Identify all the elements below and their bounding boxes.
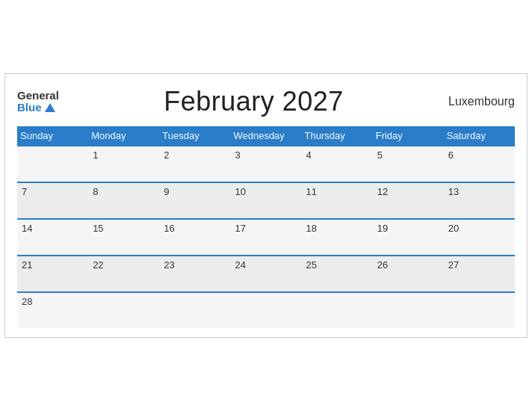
day-number: 11 [306, 186, 317, 197]
weekday-header-row: SundayMondayTuesdayWednesdayThursdayFrid… [17, 126, 515, 146]
calendar-day-cell: 16 [159, 219, 230, 256]
day-number: 18 [306, 223, 317, 234]
calendar-day-cell: 27 [444, 256, 515, 292]
day-number: 24 [235, 259, 245, 271]
day-number: 21 [22, 259, 32, 271]
calendar-day-cell: 8 [88, 182, 159, 219]
calendar-week-row: 78910111213 [17, 182, 515, 219]
calendar-day-cell: 17 [230, 219, 301, 256]
calendar-day-cell: 2 [159, 146, 230, 182]
calendar-day-cell [159, 292, 230, 328]
day-number: 25 [306, 259, 317, 271]
day-number: 1 [93, 149, 98, 161]
day-number: 5 [377, 149, 383, 161]
day-number: 14 [22, 223, 32, 234]
weekday-header-wednesday: Wednesday [230, 126, 301, 146]
calendar-day-cell: 28 [17, 292, 88, 328]
day-number: 4 [306, 149, 312, 161]
day-number: 13 [448, 186, 459, 197]
logo-triangle-icon [45, 103, 55, 112]
calendar-day-cell: 24 [230, 256, 301, 292]
day-number: 9 [164, 186, 169, 197]
calendar-table: SundayMondayTuesdayWednesdayThursdayFrid… [17, 126, 515, 328]
calendar-day-cell [88, 292, 159, 328]
day-number: 23 [164, 259, 174, 271]
day-number: 26 [377, 259, 388, 271]
calendar-day-cell [302, 292, 373, 328]
day-number: 7 [22, 186, 27, 197]
calendar-day-cell: 18 [302, 219, 373, 256]
logo-general-text: General [17, 90, 59, 102]
day-number: 2 [164, 149, 169, 161]
day-number: 16 [164, 223, 174, 234]
calendar-day-cell: 23 [159, 256, 230, 292]
calendar-day-cell [373, 292, 444, 328]
calendar-day-cell: 20 [444, 219, 515, 256]
calendar-day-cell: 9 [159, 182, 230, 219]
day-number: 15 [93, 223, 103, 234]
day-number: 10 [235, 186, 245, 197]
weekday-header-monday: Monday [88, 126, 159, 146]
calendar-day-cell: 22 [88, 256, 159, 292]
calendar-day-cell: 1 [88, 146, 159, 182]
calendar-day-cell [444, 292, 515, 328]
calendar-week-row: 14151617181920 [17, 219, 515, 256]
calendar-day-cell: 4 [302, 146, 373, 182]
calendar-thead: SundayMondayTuesdayWednesdayThursdayFrid… [17, 126, 515, 146]
calendar-week-row: 28 [17, 292, 515, 328]
day-number: 17 [235, 223, 245, 234]
day-number: 28 [22, 296, 32, 307]
calendar-day-cell: 3 [230, 146, 301, 182]
logo-blue-text: Blue [17, 102, 59, 114]
logo: General Blue [17, 90, 59, 114]
calendar-week-row: 21222324252627 [17, 256, 515, 292]
calendar-header: General Blue February 2027 Luxembourg [17, 86, 515, 117]
weekday-header-saturday: Saturday [444, 126, 515, 146]
calendar-week-row: 123456 [17, 146, 515, 182]
day-number: 12 [377, 186, 388, 197]
day-number: 6 [448, 149, 454, 161]
calendar-day-cell: 19 [373, 219, 444, 256]
calendar-tbody: 1234567891011121314151617181920212223242… [17, 146, 515, 328]
month-title: February 2027 [164, 86, 344, 117]
calendar-day-cell: 26 [373, 256, 444, 292]
calendar-day-cell: 15 [88, 219, 159, 256]
calendar-day-cell [17, 146, 88, 182]
calendar-day-cell: 21 [17, 256, 88, 292]
calendar-day-cell: 12 [373, 182, 444, 219]
weekday-header-sunday: Sunday [17, 126, 88, 146]
day-number: 3 [235, 149, 240, 161]
calendar-day-cell: 5 [373, 146, 444, 182]
calendar-day-cell: 11 [302, 182, 373, 219]
calendar: General Blue February 2027 Luxembourg Su… [4, 73, 528, 338]
calendar-day-cell: 25 [302, 256, 373, 292]
calendar-day-cell: 13 [444, 182, 515, 219]
weekday-header-friday: Friday [373, 126, 444, 146]
calendar-day-cell [230, 292, 301, 328]
day-number: 19 [377, 223, 388, 234]
calendar-day-cell: 10 [230, 182, 301, 219]
calendar-day-cell: 6 [444, 146, 515, 182]
weekday-header-thursday: Thursday [302, 126, 373, 146]
calendar-day-cell: 14 [17, 219, 88, 256]
day-number: 27 [448, 259, 459, 271]
country-label: Luxembourg [448, 95, 515, 108]
day-number: 22 [93, 259, 103, 271]
calendar-day-cell: 7 [17, 182, 88, 219]
day-number: 20 [448, 223, 459, 234]
weekday-header-tuesday: Tuesday [159, 126, 230, 146]
day-number: 8 [93, 186, 98, 197]
